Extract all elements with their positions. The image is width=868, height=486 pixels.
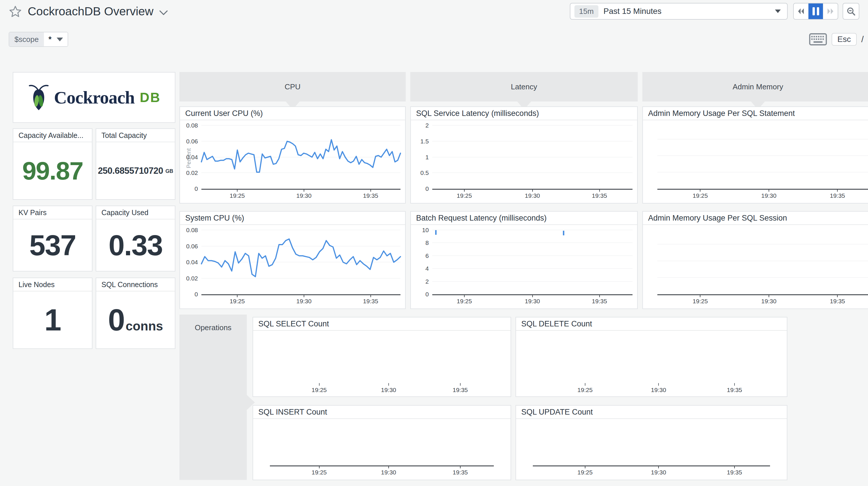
stat-card-kv-pairs[interactable]: KV Pairs 537	[13, 205, 92, 271]
chart-admin-memory-per-sql-session[interactable]: Admin Memory Usage Per SQL Session 19:25…	[642, 211, 868, 309]
chart-batch-request-latency[interactable]: Batch Request Latency (milliseconds) 024…	[410, 211, 638, 309]
x-tick-label: 19:25	[230, 298, 245, 305]
x-tick-label: 19:30	[297, 192, 312, 199]
x-tick-label: 19:30	[525, 192, 540, 199]
y-tick-label: 8	[425, 239, 429, 246]
keyboard-icon[interactable]	[809, 33, 827, 46]
line-series	[202, 125, 401, 189]
x-tick-label: 19:25	[311, 469, 327, 476]
chart-title: SQL INSERT Count	[253, 406, 510, 419]
x-tick-mark	[700, 189, 701, 192]
x-tick-mark	[460, 383, 461, 386]
x-tick-label: 19:35	[727, 387, 742, 394]
x-tick-label: 19:30	[525, 298, 540, 305]
y-tick-label: 0.04	[186, 259, 198, 266]
scope-variable-value[interactable]: *	[44, 32, 68, 46]
stat-card-sql-connections[interactable]: SQL Connections 0 conns	[96, 278, 176, 349]
skip-back-button[interactable]	[794, 3, 808, 19]
x-tick-mark	[304, 189, 304, 192]
stat-title: Capacity Used	[96, 206, 175, 220]
chart-sql-select-count[interactable]: SQL SELECT Count 19:2519:3019:35	[252, 317, 511, 397]
pause-icon	[812, 7, 819, 15]
plot-area[interactable]: 19:2519:3019:35	[533, 422, 770, 466]
cockroachdb-logo-card[interactable]: Cockroach DB	[13, 72, 176, 123]
x-tick-mark	[464, 189, 465, 192]
plot-area[interactable]: 19:2519:3019:35	[533, 334, 770, 383]
y-tick-label: 0.02	[186, 169, 198, 176]
plot-area[interactable]: 19:2519:3019:35	[657, 230, 868, 295]
group-header-cpu: CPU	[180, 72, 406, 102]
stat-card-capacity-available[interactable]: Capacity Available... 99.87	[13, 128, 92, 200]
x-tick-label: 19:35	[727, 469, 742, 476]
x-tick-mark	[304, 294, 304, 297]
y-tick-label: 0.04	[186, 154, 198, 161]
x-tick-label: 19:35	[363, 298, 378, 305]
x-tick-mark	[837, 294, 838, 297]
x-tick-label: 19:30	[762, 192, 777, 199]
y-tick-label: 2	[425, 278, 429, 285]
stat-title: Total Capacity	[96, 129, 175, 142]
gridline	[432, 281, 632, 282]
x-tick-label: 19:25	[692, 298, 708, 305]
zoom-out-button[interactable]	[843, 3, 859, 20]
chart-admin-memory-per-sql-statement[interactable]: Admin Memory Usage Per SQL Statement 19:…	[642, 106, 868, 203]
y-tick-label: 0.06	[186, 243, 198, 250]
plot-area[interactable]: 19:2519:3019:35	[270, 334, 494, 383]
gridline	[432, 125, 632, 125]
x-tick-mark	[769, 294, 769, 297]
stat-title: KV Pairs	[13, 206, 92, 220]
x-tick-label: 19:25	[311, 387, 327, 394]
group-header-admin-memory: Admin Memory	[642, 72, 868, 102]
stat-unit: conns	[126, 319, 163, 333]
chart-title: SQL Service Latency (milliseconds)	[411, 107, 637, 120]
zoom-out-icon	[846, 6, 856, 16]
x-tick-label: 19:35	[830, 298, 845, 305]
chevron-down-icon[interactable]	[159, 10, 168, 16]
gridline	[657, 172, 868, 172]
x-tick-mark	[532, 189, 533, 192]
star-icon[interactable]	[9, 5, 22, 18]
chart-sql-insert-count[interactable]: SQL INSERT Count 19:2519:3019:35	[252, 405, 511, 480]
chart-sql-update-count[interactable]: SQL UPDATE Count 19:2519:3019:35	[516, 405, 787, 480]
chart-system-cpu[interactable]: System CPU (%) 00.020.040.060.0819:2519:…	[180, 211, 406, 309]
plot-area[interactable]: 00.020.040.060.0819:2519:3019:35	[202, 230, 401, 295]
stat-title: SQL Connections	[96, 278, 175, 291]
chart-current-user-cpu[interactable]: Current User CPU (%) Percent 00.020.040.…	[180, 106, 406, 203]
stat-card-capacity-used[interactable]: Capacity Used 0.33	[96, 205, 176, 271]
x-tick-mark	[237, 294, 238, 297]
x-tick-label: 19:25	[577, 469, 593, 476]
skip-forward-button[interactable]	[823, 3, 838, 19]
x-tick-mark	[837, 189, 838, 192]
scope-variable-name: $scope	[9, 32, 44, 46]
x-tick-label: 19:30	[762, 298, 777, 305]
chart-sql-delete-count[interactable]: SQL DELETE Count 19:2519:3019:35	[516, 317, 787, 397]
time-range-label: Past 15 Minutes	[603, 7, 775, 16]
plot-area[interactable]: 00.020.040.060.0819:2519:3019:35	[202, 125, 401, 190]
group-label: CPU	[285, 82, 301, 91]
group-label: Operations	[180, 315, 247, 332]
x-tick-label: 19:30	[381, 469, 396, 476]
template-variable-scope[interactable]: $scope *	[9, 32, 68, 47]
chart-sql-service-latency[interactable]: SQL Service Latency (milliseconds) 00.51…	[410, 106, 638, 203]
stat-card-total-capacity[interactable]: Total Capacity 250.6855710720 GB	[96, 128, 176, 200]
plot-area[interactable]: 00.511.5219:2519:3019:35	[432, 125, 632, 190]
x-tick-label: 19:25	[457, 192, 472, 199]
y-tick-label: 0.08	[186, 122, 198, 129]
time-range-picker[interactable]: 15m Past 15 Minutes	[570, 3, 788, 20]
x-tick-mark	[599, 294, 600, 297]
y-tick-label: 1	[425, 154, 429, 161]
esc-key-badge[interactable]: Esc	[832, 33, 857, 46]
x-tick-mark	[370, 294, 371, 297]
plot-area[interactable]: 19:2519:3019:35	[270, 422, 494, 466]
plot-area[interactable]: 19:2519:3019:35	[657, 125, 868, 190]
group-label: Admin Memory	[733, 82, 783, 91]
stat-card-live-nodes[interactable]: Live Nodes 1	[13, 278, 92, 349]
plot-area[interactable]: 024681019:2519:3019:35	[432, 230, 632, 295]
x-tick-label: 19:25	[457, 298, 472, 305]
x-tick-mark	[464, 294, 465, 297]
x-tick-mark	[585, 383, 585, 386]
pause-button[interactable]	[808, 3, 823, 19]
gridline	[432, 230, 632, 230]
y-tick-label: 6	[425, 252, 429, 259]
x-tick-label: 19:35	[453, 469, 468, 476]
